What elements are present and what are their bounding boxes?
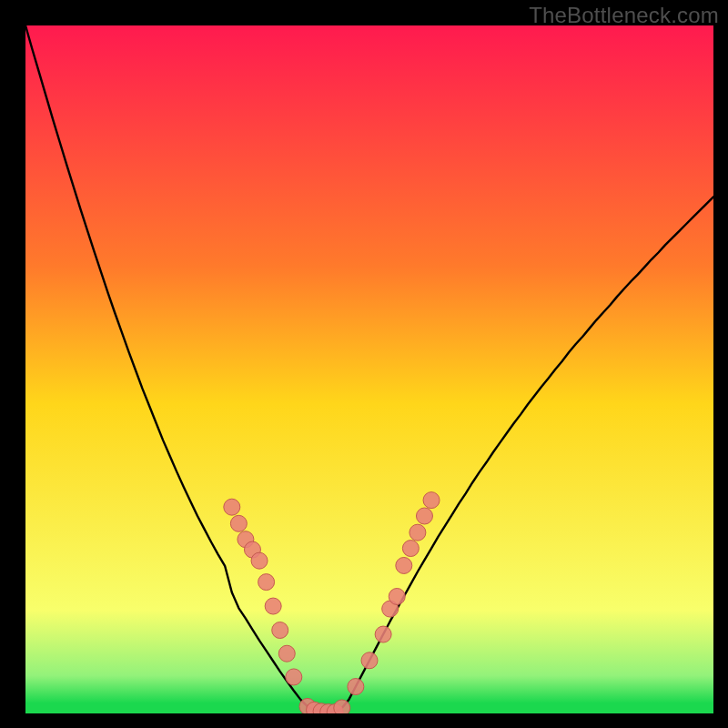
curve-marker — [258, 574, 275, 591]
curve-marker — [375, 626, 391, 642]
gradient-background — [25, 25, 713, 713]
curve-marker — [278, 645, 295, 662]
curve-marker — [396, 557, 412, 573]
curve-marker — [348, 679, 364, 695]
curve-marker — [423, 492, 440, 509]
curve-marker — [361, 652, 378, 669]
curve-marker — [272, 622, 288, 639]
curve-marker — [230, 515, 247, 531]
curve-marker — [265, 598, 281, 614]
watermark-text: TheBottleneck.com — [529, 3, 719, 28]
curve-marker — [286, 669, 302, 685]
curve-marker — [416, 508, 432, 524]
chart-frame: TheBottleneck.com — [0, 0, 728, 728]
curve-marker — [334, 700, 350, 713]
curve-marker — [224, 499, 240, 515]
curve-marker — [410, 524, 426, 541]
curve-marker — [389, 588, 405, 604]
curve-marker — [402, 541, 419, 557]
bottleneck-chart — [25, 25, 713, 713]
curve-marker — [251, 552, 268, 569]
